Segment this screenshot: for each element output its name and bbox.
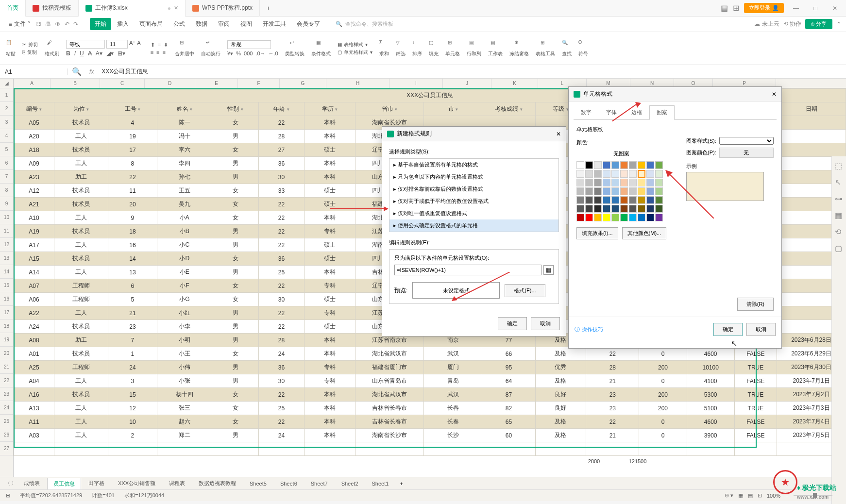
sheet-tab[interactable]: 成绩表 [17, 477, 46, 489]
sum-button[interactable]: Σ求和 [379, 40, 389, 57]
cell[interactable]: TRUE [734, 388, 777, 402]
sheet-tab[interactable]: 数据透视表教程 [192, 477, 242, 489]
sort-button[interactable]: ↕排序 [412, 40, 422, 57]
rule-type-item[interactable]: ▸ 使用公式确定要设置格式的单元格 [389, 219, 558, 232]
cell-button[interactable]: ⊞单元格 [445, 40, 460, 57]
cell[interactable]: 技术员 [54, 116, 108, 130]
column-header[interactable]: C [100, 79, 145, 88]
row-header[interactable]: 15 [0, 279, 13, 292]
cell[interactable]: 7 [108, 334, 157, 347]
cell[interactable]: 1 [108, 347, 157, 361]
view-normal-icon[interactable]: ▦ [738, 492, 743, 499]
color-swatch[interactable] [611, 170, 619, 178]
cell[interactable]: 30 [259, 170, 305, 184]
row-header[interactable]: 19 [0, 333, 13, 347]
cell[interactable]: 22 [259, 306, 305, 320]
cell[interactable]: 男 [212, 225, 259, 238]
login-button[interactable]: 立即登录👤 [744, 3, 784, 13]
cell[interactable]: 男 [212, 374, 259, 388]
column-header[interactable]: J [443, 79, 491, 88]
color-swatch[interactable] [629, 214, 637, 221]
cell[interactable]: 女 [212, 279, 259, 293]
align-center-icon[interactable]: ≡ [156, 50, 159, 55]
menu-tab-view[interactable]: 视图 [236, 18, 257, 30]
cell[interactable]: 本科 [304, 157, 355, 170]
color-swatch[interactable] [585, 205, 593, 213]
view-icon[interactable]: ⊚ ▾ [725, 492, 733, 499]
cell[interactable]: 66 [482, 347, 535, 361]
cell[interactable]: 28 [259, 334, 305, 347]
color-swatch[interactable] [629, 205, 637, 213]
cell[interactable]: 女 [212, 402, 259, 415]
cell[interactable]: 4600 [687, 415, 734, 429]
percent-icon[interactable]: % [236, 50, 241, 57]
color-swatch[interactable] [646, 196, 654, 204]
cell[interactable]: 6 [108, 279, 157, 293]
cell[interactable]: 山东省青岛市 [355, 374, 424, 388]
cell[interactable]: A17 [14, 238, 54, 252]
cell[interactable] [734, 442, 777, 456]
cell[interactable]: 21 [108, 306, 157, 320]
cell[interactable]: 20 [108, 198, 157, 211]
color-swatch[interactable] [611, 214, 619, 221]
cell[interactable]: 33 [259, 184, 305, 198]
color-swatch[interactable] [620, 161, 628, 169]
cell[interactable]: A08 [14, 334, 54, 347]
cell[interactable]: 小红 [157, 306, 212, 320]
cell[interactable]: 25 [259, 266, 305, 279]
cell[interactable]: 22 [259, 211, 305, 225]
cell[interactable]: 青岛 [424, 374, 482, 388]
cell[interactable]: A21 [14, 198, 54, 211]
row-header[interactable]: 21 [0, 360, 13, 374]
tab-workbook[interactable]: 工作簿3.xlsx●✕ [79, 0, 186, 17]
color-swatch[interactable] [611, 187, 619, 195]
cell[interactable]: 16 [108, 238, 157, 252]
color-swatch[interactable] [629, 161, 637, 169]
color-swatch[interactable] [576, 161, 584, 169]
close-button[interactable]: ✕ [828, 5, 842, 12]
color-swatch[interactable] [655, 214, 663, 221]
cell[interactable] [355, 442, 424, 456]
cell[interactable]: 赵六 [157, 415, 212, 429]
cell[interactable] [777, 116, 846, 130]
file-menu[interactable]: ≡ 文件 ˅ [5, 18, 34, 30]
column-header[interactable]: H [326, 79, 389, 88]
strike-button[interactable]: A̶ [88, 50, 92, 57]
cell[interactable]: 82 [482, 402, 535, 415]
tab-ppt[interactable]: WPS PPT教程.pptx [186, 0, 260, 17]
rule-type-item[interactable]: ▸ 基于各自值设置所有单元格的格式 [389, 159, 558, 171]
new-tab-button[interactable]: + [260, 0, 277, 17]
cond-format[interactable]: ▦条件格式 [311, 40, 331, 57]
column-header[interactable]: K [491, 79, 538, 88]
column-header[interactable]: G [280, 79, 326, 88]
preview-icon[interactable]: 👁 [55, 21, 61, 28]
row-header[interactable]: 12 [0, 238, 13, 252]
inc-dec-icon[interactable]: .0→ [255, 50, 265, 57]
cell[interactable]: 0 [639, 374, 687, 388]
cell[interactable]: 22 [259, 116, 305, 130]
cloud-status[interactable]: ☁ 未上云 [754, 20, 779, 28]
cell[interactable]: 女 [212, 388, 259, 402]
rule-type-item[interactable]: ▸ 仅对排名靠前或靠后的数值设置格式 [389, 183, 558, 195]
color-swatch[interactable] [629, 179, 637, 186]
cell[interactable]: 87 [482, 388, 535, 402]
menu-tab-data[interactable]: 数据 [191, 18, 212, 30]
cell[interactable]: 工人 [54, 238, 108, 252]
cell[interactable]: 本科 [304, 415, 355, 429]
color-swatch[interactable] [629, 170, 637, 178]
color-swatch[interactable] [585, 179, 593, 186]
cell[interactable]: TRUE [734, 402, 777, 415]
minimize-button[interactable]: — [789, 5, 803, 12]
wrap-button[interactable]: ↵自动换行 [201, 40, 220, 57]
cell[interactable]: 65 [482, 415, 535, 429]
apps-icon[interactable]: ⊞ [733, 3, 739, 13]
cell[interactable]: 硕士 [304, 198, 355, 211]
cell[interactable]: 小F [157, 279, 212, 293]
cell[interactable]: 10100 [687, 361, 734, 374]
color-swatch[interactable] [594, 214, 602, 221]
cell[interactable]: 15 [108, 388, 157, 402]
column-header[interactable]: E [195, 79, 238, 88]
cell[interactable]: 22 [259, 279, 305, 293]
cell[interactable]: 8 [108, 157, 157, 170]
cell[interactable]: 及格 [535, 415, 586, 429]
